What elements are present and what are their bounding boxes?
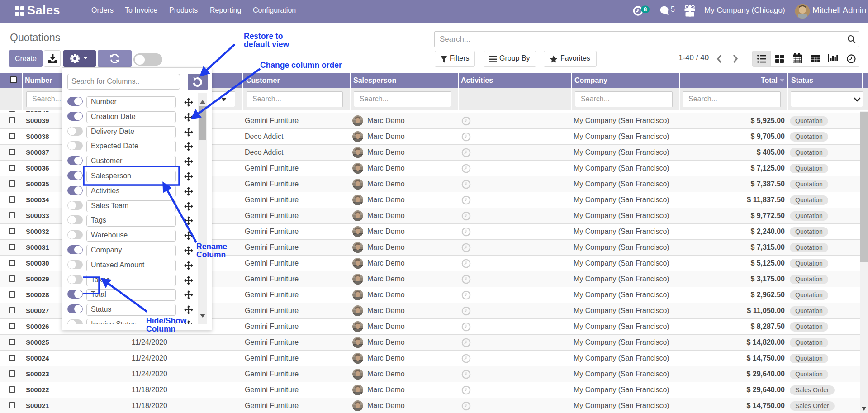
svg-text:8: 8: [644, 6, 647, 13]
